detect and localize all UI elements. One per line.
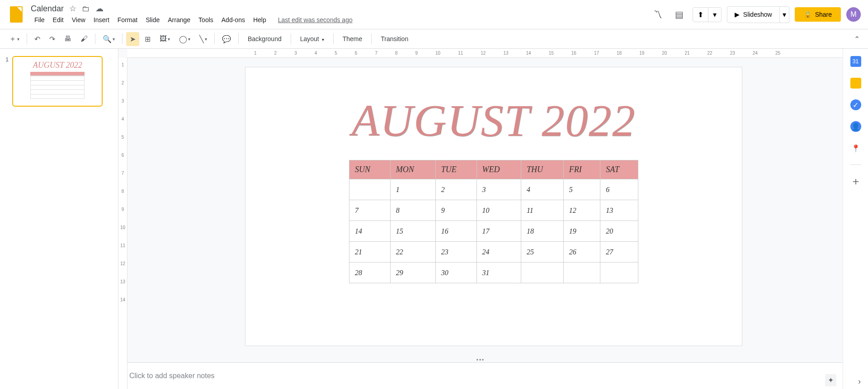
calendar-cell[interactable]: 2 bbox=[435, 179, 476, 200]
redo-button[interactable]: ↷ bbox=[46, 32, 59, 46]
paint-format-button[interactable]: 🖌 bbox=[77, 32, 91, 46]
slides-logo[interactable] bbox=[7, 5, 25, 23]
calendar-cell[interactable] bbox=[349, 179, 391, 200]
calendar-app-icon[interactable]: 31 bbox=[850, 56, 861, 67]
calendar-cell[interactable]: 29 bbox=[390, 262, 435, 283]
explore-button[interactable]: ✦ bbox=[825, 374, 836, 386]
notes-drag-handle[interactable]: ••• bbox=[118, 358, 843, 362]
present-dropdown[interactable]: ⬆ ▾ bbox=[693, 7, 722, 22]
calendar-cell[interactable]: 12 bbox=[563, 200, 600, 221]
line-tool[interactable]: ╲▾ bbox=[196, 32, 211, 46]
day-header-fri[interactable]: FRI bbox=[563, 160, 600, 179]
tasks-app-icon[interactable]: ✓ bbox=[850, 99, 861, 110]
contacts-app-icon[interactable]: 👤 bbox=[850, 121, 861, 132]
calendar-cell[interactable]: 8 bbox=[390, 200, 435, 221]
calendar-cell[interactable] bbox=[600, 262, 638, 283]
menu-tools[interactable]: Tools bbox=[195, 14, 217, 25]
image-tool[interactable]: 🖼▾ bbox=[156, 32, 174, 46]
day-header-tue[interactable]: TUE bbox=[435, 160, 476, 179]
undo-button[interactable]: ↶ bbox=[31, 32, 44, 46]
calendar-cell[interactable]: 7 bbox=[349, 200, 391, 221]
day-header-sat[interactable]: SAT bbox=[600, 160, 638, 179]
day-header-mon[interactable]: MON bbox=[390, 160, 435, 179]
calendar-cell[interactable]: 25 bbox=[521, 242, 564, 262]
transition-button[interactable]: Transition bbox=[375, 33, 414, 45]
present-caret-icon[interactable]: ▾ bbox=[708, 8, 721, 22]
menu-arrange[interactable]: Arrange bbox=[164, 14, 194, 25]
theme-button[interactable]: Theme bbox=[337, 33, 368, 45]
shape-tool[interactable]: ◯▾ bbox=[175, 32, 194, 46]
slideshow-caret[interactable]: ▾ bbox=[780, 6, 789, 23]
background-button[interactable]: Background bbox=[242, 33, 287, 45]
calendar-cell[interactable] bbox=[521, 262, 564, 283]
menu-file[interactable]: File bbox=[31, 14, 48, 25]
thumbnail-panel: 1 AUGUST 2022 bbox=[0, 49, 118, 389]
calendar-cell[interactable]: 22 bbox=[390, 242, 435, 262]
calendar-cell[interactable]: 23 bbox=[435, 242, 476, 262]
menu-insert[interactable]: Insert bbox=[90, 14, 113, 25]
calendar-cell[interactable]: 20 bbox=[600, 221, 638, 242]
activity-icon[interactable]: 〽 bbox=[650, 6, 666, 23]
print-button[interactable]: 🖶 bbox=[61, 32, 75, 46]
document-title[interactable]: Calendar bbox=[31, 4, 64, 14]
add-app-icon[interactable]: ＋ bbox=[850, 176, 861, 187]
layout-button[interactable]: Layout ▾ bbox=[295, 33, 330, 45]
menu-edit[interactable]: Edit bbox=[49, 14, 67, 25]
new-slide-button[interactable]: ＋▾ bbox=[5, 32, 23, 47]
menu-addons[interactable]: Add-ons bbox=[218, 14, 249, 25]
side-panel-toggle-icon[interactable]: › bbox=[858, 377, 861, 386]
calendar-cell[interactable] bbox=[563, 262, 600, 283]
calendar-cell[interactable]: 4 bbox=[521, 179, 564, 200]
calendar-cell[interactable]: 27 bbox=[600, 242, 638, 262]
calendar-cell[interactable]: 24 bbox=[476, 242, 521, 262]
day-header-sun[interactable]: SUN bbox=[349, 160, 391, 179]
move-icon[interactable]: 🗀 bbox=[82, 4, 90, 14]
calendar-cell[interactable]: 16 bbox=[435, 221, 476, 242]
slide-title[interactable]: AUGUST 2022 bbox=[352, 94, 636, 146]
star-icon[interactable]: ☆ bbox=[69, 4, 76, 14]
maps-app-icon[interactable]: 📍 bbox=[850, 143, 861, 154]
select-tool[interactable]: ➤ bbox=[126, 32, 139, 46]
calendar-cell[interactable]: 1 bbox=[390, 179, 435, 200]
comments-icon[interactable]: ▤ bbox=[671, 5, 687, 23]
calendar-cell[interactable]: 6 bbox=[600, 179, 638, 200]
calendar-cell[interactable]: 31 bbox=[476, 262, 521, 283]
day-header-wed[interactable]: WED bbox=[476, 160, 521, 179]
calendar-table[interactable]: SUN MON TUE WED THU FRI SAT 1 bbox=[349, 160, 638, 283]
slide-canvas[interactable]: AUGUST 2022 SUN MON TUE WED THU FRI SAT bbox=[245, 67, 742, 346]
avatar[interactable]: M bbox=[846, 7, 861, 22]
zoom-button[interactable]: 🔍▾ bbox=[99, 32, 118, 46]
calendar-cell[interactable]: 3 bbox=[476, 179, 521, 200]
slide-thumbnail-1[interactable]: AUGUST 2022 bbox=[12, 56, 103, 107]
calendar-cell[interactable]: 28 bbox=[349, 262, 391, 283]
calendar-cell[interactable]: 15 bbox=[390, 221, 435, 242]
calendar-cell[interactable]: 14 bbox=[349, 221, 391, 242]
calendar-cell[interactable]: 13 bbox=[600, 200, 638, 221]
last-edit-link[interactable]: Last edit was seconds ago bbox=[278, 16, 353, 23]
calendar-cell[interactable]: 26 bbox=[563, 242, 600, 262]
collapse-toolbar-icon[interactable]: ⌃ bbox=[851, 32, 863, 46]
menu-view[interactable]: View bbox=[68, 14, 89, 25]
cloud-status-icon[interactable]: ☁ bbox=[95, 4, 104, 14]
speaker-notes[interactable]: Click to add speaker notes bbox=[118, 362, 843, 389]
calendar-cell[interactable]: 19 bbox=[563, 221, 600, 242]
comment-button[interactable]: 💬 bbox=[218, 32, 235, 46]
calendar-cell[interactable]: 30 bbox=[435, 262, 476, 283]
slideshow-button[interactable]: ▶ Slideshow bbox=[727, 6, 780, 23]
keep-app-icon[interactable] bbox=[850, 78, 861, 89]
day-header-thu[interactable]: THU bbox=[521, 160, 564, 179]
calendar-cell[interactable]: 17 bbox=[476, 221, 521, 242]
calendar-cell[interactable]: 9 bbox=[435, 200, 476, 221]
menu-slide[interactable]: Slide bbox=[142, 14, 163, 25]
textbox-tool[interactable]: ⊞ bbox=[141, 32, 154, 46]
calendar-cell[interactable]: 11 bbox=[521, 200, 564, 221]
calendar-cell[interactable]: 5 bbox=[563, 179, 600, 200]
canvas-scroll[interactable]: AUGUST 2022 SUN MON TUE WED THU FRI SAT bbox=[118, 58, 843, 358]
share-button[interactable]: 🔒 Share bbox=[795, 7, 841, 22]
menu-format[interactable]: Format bbox=[114, 14, 141, 25]
calendar-cell[interactable]: 10 bbox=[476, 200, 521, 221]
menu-help[interactable]: Help bbox=[250, 14, 270, 25]
calendar-cell[interactable]: 18 bbox=[521, 221, 564, 242]
present-up-icon[interactable]: ⬆ bbox=[693, 8, 708, 22]
calendar-cell[interactable]: 21 bbox=[349, 242, 391, 262]
